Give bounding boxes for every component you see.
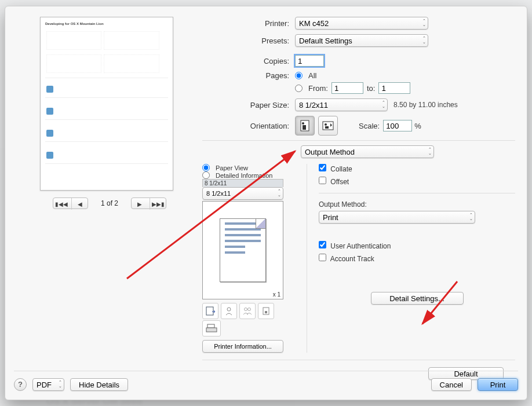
copies-input[interactable] bbox=[295, 55, 324, 67]
paper-label-bar: 8 1/2x11 bbox=[202, 179, 283, 187]
user-auth-label: User Authentication bbox=[330, 242, 391, 250]
preview-panel: Developing for OS X Mountain Lion ▮◀◀ ◀ … bbox=[40, 17, 179, 209]
svg-point-4 bbox=[325, 123, 327, 126]
paper-size-select[interactable]: 8 1/2x11 bbox=[295, 98, 388, 111]
orientation-landscape-button[interactable] bbox=[318, 116, 338, 136]
svg-rect-13 bbox=[206, 328, 217, 332]
output-group-icon[interactable] bbox=[239, 303, 256, 319]
output-user-icon[interactable] bbox=[221, 303, 237, 319]
svg-point-7 bbox=[227, 308, 231, 311]
pages-to-text: to: bbox=[367, 84, 375, 93]
page-preview: Developing for OS X Mountain Lion bbox=[40, 17, 173, 191]
output-method-select[interactable]: Print bbox=[319, 211, 475, 224]
scale-percent: % bbox=[414, 122, 421, 130]
output-lock-icon[interactable] bbox=[258, 303, 274, 319]
pages-from-input[interactable] bbox=[331, 82, 363, 94]
pages-all-text: All bbox=[308, 71, 316, 80]
svg-rect-6 bbox=[206, 307, 213, 315]
detailed-info-radio[interactable] bbox=[202, 171, 210, 179]
page-indicator: 1 of 2 bbox=[101, 199, 118, 207]
copies-multi-label: x 1 bbox=[273, 291, 280, 298]
user-auth-checkbox[interactable] bbox=[319, 241, 326, 248]
printer-select[interactable]: KM c452 bbox=[295, 17, 428, 30]
svg-rect-11 bbox=[265, 311, 267, 313]
preview-pager: ▮◀◀ ◀ 1 of 2 ▶ ▶▶▮ bbox=[40, 197, 179, 209]
svg-point-9 bbox=[248, 308, 251, 311]
pages-to-input[interactable] bbox=[378, 82, 410, 94]
hide-details-button[interactable]: Hide Details bbox=[70, 378, 128, 391]
paper-tray-select[interactable]: 8 1/2x11 bbox=[202, 187, 283, 200]
detail-settings-button[interactable]: Detail Settings... bbox=[371, 292, 464, 305]
paper-view-radio[interactable] bbox=[202, 164, 210, 171]
next-page-button[interactable]: ▶ bbox=[132, 198, 148, 210]
paper-view-label: Paper View bbox=[216, 164, 248, 171]
print-button[interactable]: Print bbox=[478, 378, 518, 391]
portrait-icon bbox=[300, 120, 310, 131]
paper-size-hint: 8.50 by 11.00 inches bbox=[393, 101, 458, 109]
presets-label: Presets: bbox=[202, 36, 295, 45]
orientation-portrait-button[interactable] bbox=[295, 116, 315, 136]
output-method-label: Output Method: bbox=[319, 200, 515, 209]
landscape-icon bbox=[322, 120, 334, 131]
preview-title: Developing for OS X Mountain Lion bbox=[45, 22, 168, 25]
paper-view-thumb: x 1 bbox=[202, 201, 283, 299]
svg-rect-5 bbox=[325, 126, 329, 129]
svg-rect-12 bbox=[207, 324, 214, 328]
last-page-button[interactable]: ▶▶▮ bbox=[150, 198, 166, 210]
account-track-label: Account Track bbox=[330, 255, 374, 263]
print-form: Printer: KM c452 Presets: Default Settin… bbox=[202, 17, 515, 380]
section-select[interactable]: Output Method bbox=[301, 145, 434, 158]
collate-checkbox[interactable] bbox=[319, 164, 326, 171]
pdf-menu[interactable]: PDF bbox=[32, 378, 64, 391]
svg-point-8 bbox=[245, 308, 247, 311]
orientation-label: Orientation: bbox=[202, 122, 295, 130]
pages-label: Pages: bbox=[202, 71, 295, 80]
offset-label: Offset bbox=[330, 178, 349, 186]
first-page-button[interactable]: ▮◀◀ bbox=[53, 198, 70, 210]
output-page-icon[interactable] bbox=[202, 303, 218, 319]
bottom-bar: ? PDF Hide Details Cancel Print bbox=[14, 371, 518, 391]
collate-label: Collate bbox=[330, 165, 352, 173]
cancel-button[interactable]: Cancel bbox=[431, 378, 472, 391]
output-printer-icon[interactable] bbox=[202, 320, 221, 336]
pages-all-radio[interactable] bbox=[295, 72, 303, 79]
print-dialog-sheet: Developing for OS X Mountain Lion ▮◀◀ ◀ … bbox=[5, 6, 527, 400]
output-preview-panel: Paper View Detailed Information 8 1/2x11… bbox=[202, 164, 295, 353]
scale-label: Scale: bbox=[359, 122, 380, 130]
svg-rect-2 bbox=[303, 125, 306, 130]
presets-select[interactable]: Default Settings bbox=[295, 34, 428, 47]
printer-label: Printer: bbox=[202, 19, 295, 28]
detailed-info-label: Detailed Information bbox=[216, 172, 272, 179]
scale-input[interactable] bbox=[383, 120, 412, 131]
offset-checkbox[interactable] bbox=[319, 177, 326, 184]
printer-information-button[interactable]: Printer Information... bbox=[202, 340, 283, 353]
svg-point-1 bbox=[302, 122, 304, 125]
pages-from-radio[interactable] bbox=[295, 85, 303, 92]
pages-from-text: From: bbox=[308, 84, 328, 93]
paper-size-label: Paper Size: bbox=[202, 101, 295, 109]
copies-label: Copies: bbox=[202, 57, 295, 65]
prev-page-button[interactable]: ◀ bbox=[71, 198, 88, 210]
help-button[interactable]: ? bbox=[14, 378, 27, 391]
account-track-checkbox[interactable] bbox=[319, 254, 326, 261]
